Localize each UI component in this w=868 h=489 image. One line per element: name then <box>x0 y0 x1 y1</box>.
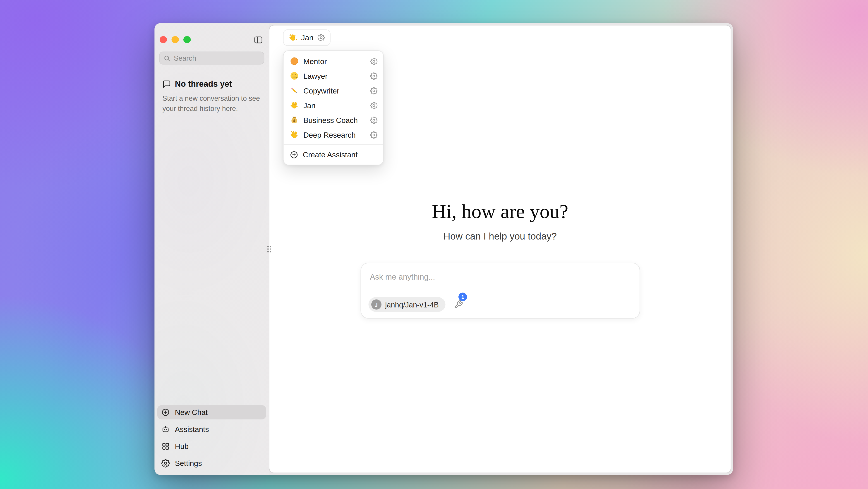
wave-hand-icon <box>290 101 299 110</box>
sidebar-toggle-icon <box>254 35 263 44</box>
sidebar-item-label: Hub <box>175 442 189 451</box>
assistant-settings-button[interactable] <box>370 72 378 80</box>
create-assistant-button[interactable]: Create Assistant <box>284 147 383 162</box>
hub-icon <box>161 442 170 451</box>
chat-bubble-icon <box>162 80 171 88</box>
assistant-menu-item-mentor[interactable]: Mentor <box>284 54 383 69</box>
money-bag-icon <box>290 116 299 124</box>
assistant-menu-item-deep-research[interactable]: Deep Research <box>284 127 383 142</box>
assistant-menu-item-business-coach[interactable]: Business Coach <box>284 113 383 127</box>
sidebar-item-label: New Chat <box>175 408 208 417</box>
assistant-selector-label: Jan <box>301 33 313 42</box>
sidebar-item-label: Settings <box>175 459 202 468</box>
gear-icon <box>370 87 378 94</box>
wrench-icon <box>454 300 463 309</box>
greeting-title: Hi, how are you? <box>270 200 731 224</box>
composer-toolbar: J janhq/Jan-v1-4B 1 <box>368 297 463 312</box>
assistant-menu: Mentor Lawyer Copywriter <box>283 51 384 165</box>
chat-panel: Jan Mentor Lawyer <box>269 25 732 473</box>
sidebar-item-hub[interactable]: Hub <box>157 439 266 454</box>
assistant-menu-item-jan[interactable]: Jan <box>284 98 383 113</box>
empty-state-description: Start a new conversation to see your thr… <box>159 93 262 114</box>
assistant-settings-button[interactable] <box>370 102 378 109</box>
greeting-subtitle: How can I help you today? <box>270 231 731 242</box>
assistant-settings-button[interactable] <box>370 58 378 65</box>
desktop-background: No threads yet Start a new conversation … <box>0 0 868 489</box>
assistant-menu-item-label: Mentor <box>303 57 366 65</box>
app-window: No threads yet Start a new conversation … <box>155 23 733 475</box>
sidebar-toggle-button[interactable] <box>254 35 263 44</box>
assistant-menu-item-copywriter[interactable]: Copywriter <box>284 83 383 98</box>
threads-empty-state: No threads yet Start a new conversation … <box>155 64 269 114</box>
tool-count-badge: 1 <box>459 293 467 301</box>
chat-header: Jan <box>270 26 731 49</box>
sidebar: No threads yet Start a new conversation … <box>155 23 269 475</box>
plus-circle-icon <box>161 408 170 417</box>
sidebar-nav: New Chat Assistants Hub Settings <box>157 405 266 470</box>
assistant-menu-item-label: Jan <box>303 101 366 110</box>
gear-icon <box>370 116 378 124</box>
assistant-selector[interactable]: Jan <box>283 29 330 46</box>
prompt-input[interactable] <box>364 267 636 286</box>
wave-hand-icon <box>290 130 299 139</box>
gear-icon <box>370 72 378 80</box>
gear-icon[interactable] <box>317 34 325 41</box>
zipper-face-icon <box>290 71 299 80</box>
menu-divider <box>284 145 383 145</box>
search-icon <box>164 55 170 61</box>
composer: J janhq/Jan-v1-4B 1 <box>360 263 640 319</box>
gear-icon <box>370 58 378 65</box>
sidebar-item-assistants[interactable]: Assistants <box>157 422 266 436</box>
greeting: Hi, how are you? How can I help you toda… <box>270 200 731 242</box>
model-selector[interactable]: J janhq/Jan-v1-4B <box>368 297 445 312</box>
model-name: janhq/Jan-v1-4B <box>385 300 439 309</box>
assistant-settings-button[interactable] <box>370 87 378 94</box>
assistant-menu-item-label: Copywriter <box>303 86 366 95</box>
sidebar-item-settings[interactable]: Settings <box>157 456 266 470</box>
assistant-settings-button[interactable] <box>370 116 378 124</box>
close-window-button[interactable] <box>160 36 167 43</box>
orange-circle-icon <box>290 57 299 66</box>
empty-state-title: No threads yet <box>175 79 232 88</box>
panel-resize-handle[interactable] <box>267 246 271 252</box>
search-box[interactable] <box>159 52 265 65</box>
wave-hand-icon <box>289 33 297 42</box>
tools-button[interactable]: 1 <box>454 300 463 309</box>
gear-icon <box>370 131 378 139</box>
assistant-menu-item-label: Deep Research <box>303 130 366 139</box>
gear-icon <box>161 459 170 468</box>
assistant-settings-button[interactable] <box>370 131 378 139</box>
sidebar-header <box>155 23 269 48</box>
sidebar-item-new-chat[interactable]: New Chat <box>157 405 266 420</box>
sidebar-item-label: Assistants <box>175 425 209 434</box>
search-input[interactable] <box>174 54 260 62</box>
model-avatar: J <box>371 300 381 310</box>
assistant-icon <box>161 425 170 434</box>
gear-icon <box>370 102 378 109</box>
zoom-window-button[interactable] <box>183 36 190 43</box>
minimize-window-button[interactable] <box>172 36 179 43</box>
create-assistant-label: Create Assistant <box>303 150 358 159</box>
assistant-menu-item-lawyer[interactable]: Lawyer <box>284 69 383 83</box>
assistant-menu-item-label: Lawyer <box>303 71 366 80</box>
plus-circle-icon <box>290 150 299 159</box>
assistant-menu-item-label: Business Coach <box>303 116 366 124</box>
window-controls <box>160 36 190 43</box>
pencil-icon <box>290 86 299 95</box>
